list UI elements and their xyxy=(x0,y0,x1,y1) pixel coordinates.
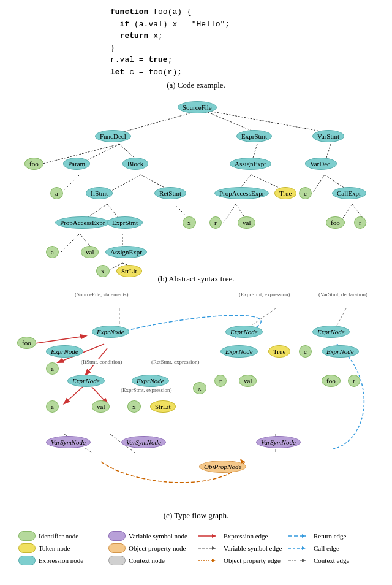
ast-section: SourceFile FuncDecl ExprStmt VarStmt foo… xyxy=(12,96,380,284)
tfg-node-foo: foo xyxy=(17,337,36,349)
tfg-node-true2: True xyxy=(268,345,290,358)
tfg-diagram: (SourceFile, statements) (ExprStmt, expr… xyxy=(12,290,392,511)
tfg-node-c2: c xyxy=(299,345,312,358)
legend-return-edge-icon xyxy=(288,533,311,539)
svg-line-0 xyxy=(119,110,202,133)
ast-node-vardecl: VarDecl xyxy=(305,158,337,170)
ast-node-funcdecl: FuncDecl xyxy=(95,130,131,142)
legend-identifier-box xyxy=(18,531,36,541)
svg-marker-47 xyxy=(302,546,306,550)
legend-context-edge-icon xyxy=(288,557,311,564)
tfg-node-exprnode-right-top: ExprNode xyxy=(225,326,263,338)
legend-context-label: Context node xyxy=(129,557,165,564)
tfg-node-x2: x xyxy=(127,400,141,413)
tfg-node-exprnode-mid: ExprNode xyxy=(67,375,105,387)
legend-call-edge-icon xyxy=(288,545,311,551)
tfg-node-exprnode-x: ExprNode xyxy=(132,375,169,387)
svg-line-1 xyxy=(202,110,257,133)
legend-variable-symbol-edge-icon xyxy=(198,545,221,551)
ast-node-x-ret: x xyxy=(183,216,196,229)
caption-a: (a) Code example. xyxy=(12,80,380,90)
legend-expression-label: Expression node xyxy=(39,557,83,564)
legend-object-property-box xyxy=(108,543,126,553)
svg-line-6 xyxy=(61,175,80,193)
tfg-node-objpropnode: ObjPropNode xyxy=(199,461,246,473)
ast-node-foo-call: foo xyxy=(326,216,345,229)
tfg-node-varsymnode-right: VarSymNode xyxy=(256,436,301,448)
legend-context-edge-label: Context edge xyxy=(314,557,349,564)
svg-marker-45 xyxy=(212,546,216,550)
ast-node-r-prop: r xyxy=(209,216,222,229)
legend-call-edge-label: Call edge xyxy=(314,545,339,552)
legend-object-property-edge-label: Object property edge xyxy=(224,557,281,564)
legend-variable-symbol-edge-label: Variable symbol edge xyxy=(224,545,282,552)
legend-variable-symbol-label: Variable symbol node xyxy=(129,532,187,540)
ast-diagram: SourceFile FuncDecl ExprStmt VarStmt foo… xyxy=(12,96,392,274)
tfg-node-foo-right: foo xyxy=(322,375,341,387)
tfg-node-val: val xyxy=(92,400,110,413)
tfg-label-retstmt: (RetStmt, expression) xyxy=(150,359,201,365)
tfg-node-a2: a xyxy=(46,400,59,413)
ast-node-r-call: r xyxy=(354,216,366,229)
legend-return-edge-label: Return edge xyxy=(314,532,346,540)
tfg-node-varsymnode-center: VarSymNode xyxy=(121,436,166,448)
legend-context-box xyxy=(108,556,126,565)
tfg-node-exprnode-right-top2: ExprNode xyxy=(312,326,350,338)
legend-object-property-edge: Object property edge xyxy=(198,556,284,565)
tfg-node-r-far: r xyxy=(348,375,360,387)
ast-node-block: Block xyxy=(123,158,148,170)
svg-line-20 xyxy=(224,204,236,223)
svg-line-7 xyxy=(107,175,141,193)
tfg-edges xyxy=(12,290,392,511)
caption-c: (c) Type flow graph. xyxy=(12,511,380,521)
ast-edges xyxy=(12,96,392,274)
ast-node-varstmt: VarStmt xyxy=(312,130,344,142)
ast-node-assignexpr-inner: AssignExpr xyxy=(105,246,147,258)
ast-node-propaccessexpr-r: PropAccessExpr xyxy=(214,187,269,199)
ast-node-exprstmt-top: ExprStmt xyxy=(236,130,272,142)
legend-context-edge: Context edge xyxy=(288,556,374,565)
legend-token-node: Token node xyxy=(18,543,104,553)
legend-object-property-edge-icon xyxy=(198,557,221,564)
ast-node-exprstmt-inner: ExprStmt xyxy=(107,216,143,229)
code-line-5: r.val = true; xyxy=(110,54,282,66)
tfg-node-exprnode-right: ExprNode xyxy=(221,345,258,358)
caption-b: (b) Abstract syntax tree. xyxy=(12,274,380,284)
svg-line-23 xyxy=(312,175,325,193)
tfg-label-ifstmt: (IfStmt, condition) xyxy=(80,359,124,365)
ast-node-foo-id: foo xyxy=(24,158,43,170)
ast-node-callexpr: CallExpr xyxy=(332,187,366,199)
ast-node-sourcefile: SourceFile xyxy=(178,101,217,113)
svg-line-2 xyxy=(202,110,331,133)
ast-node-retstmt: RetStmt xyxy=(154,187,186,199)
code-line-3: return x; xyxy=(110,30,282,42)
tfg-section: (SourceFile, statements) (ExprStmt, expr… xyxy=(12,290,380,521)
legend-variable-symbol-node: Variable symbol node xyxy=(108,531,194,541)
svg-line-30 xyxy=(31,336,86,344)
ast-node-c-id: c xyxy=(299,187,312,199)
code-block: function foo(a) { if (a.val) x = "Hello"… xyxy=(110,6,282,78)
svg-line-28 xyxy=(251,308,276,326)
code-line-1: function foo(a) { xyxy=(110,6,282,18)
svg-line-29 xyxy=(337,308,346,326)
tfg-node-exprnode-top: ExprNode xyxy=(92,326,129,338)
ast-node-a-prop: a xyxy=(46,246,59,258)
legend-token-label: Token node xyxy=(39,545,70,552)
ast-node-x-assign: x xyxy=(96,265,110,277)
legend-expression-edge-icon xyxy=(198,533,221,539)
tfg-label-sourcefile: (SourceFile, statements) xyxy=(74,291,129,297)
tfg-node-r-right: r xyxy=(214,375,227,387)
svg-line-33 xyxy=(64,387,83,403)
legend-object-property-label: Object property node xyxy=(129,545,186,552)
ast-node-param: Param xyxy=(63,158,90,170)
legend-expression-box xyxy=(18,556,36,565)
legend-variable-symbol-box xyxy=(108,531,126,541)
legend-identifier-label: Identifier node xyxy=(39,532,78,540)
tfg-label-varstmt: (VarStmt, declaration) xyxy=(317,291,369,297)
tfg-node-exprnode-far-right: ExprNode xyxy=(322,345,359,358)
legend-call-edge: Call edge xyxy=(288,543,374,553)
tfg-node-strlit2: StrLit xyxy=(150,400,176,413)
tfg-node-val-right: val xyxy=(239,375,257,387)
legend-context-node: Context node xyxy=(108,556,194,565)
legend-return-edge: Return edge xyxy=(288,531,374,541)
